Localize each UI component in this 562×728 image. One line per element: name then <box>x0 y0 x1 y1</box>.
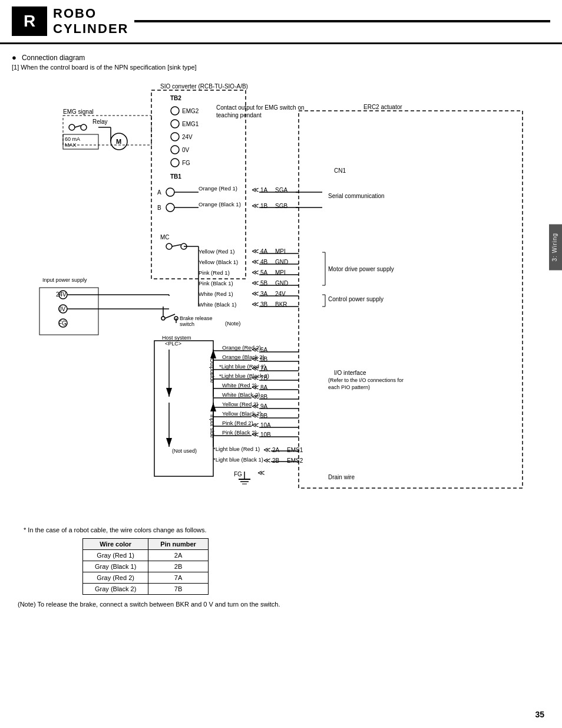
svg-point-24 <box>166 243 172 249</box>
wire-conn-9b: ≪ <box>252 411 259 420</box>
orange-red1-label: Orange (Red 1) <box>199 185 237 192</box>
ems1-label: EMS1 <box>287 447 303 453</box>
emg-signal-label: EMG signal <box>63 108 94 115</box>
output-side-label: Output <box>209 358 215 375</box>
pin-2a-label: 2A <box>272 447 280 453</box>
wiring-diagram: SIO converter (RCB-TU-SIO-A/B) EMG signa… <box>16 75 540 518</box>
svg-marker-50 <box>166 388 172 397</box>
input-side-label: Input <box>209 414 215 427</box>
teaching-pendant-label: teaching pendant <box>216 112 262 118</box>
tb2-label: TB2 <box>170 95 181 101</box>
wire-conn-4b: ≪ <box>252 258 259 266</box>
wire-conn-10a: ≪ <box>252 421 259 429</box>
not-used-label: (Not used) <box>172 448 197 454</box>
wire-conn-10b: ≪ <box>252 430 259 439</box>
pink-red1-label: Pink (Red 1) <box>199 269 230 276</box>
svg-point-14 <box>171 146 179 154</box>
white-red1-label: White (Red 1) <box>199 291 233 297</box>
wire-conn-7b: ≪ <box>252 374 259 382</box>
wire-table-note: * In the case of a robot cable, the wire… <box>24 526 544 533</box>
sgb-label: SGB <box>275 203 287 209</box>
light-blue-black1-label: *Light blue (Black 1) <box>213 456 263 463</box>
wire-conn-9a: ≪ <box>252 402 259 410</box>
ip-24v-label: 24V <box>56 291 67 298</box>
sio-converter-label: SIO converter (RCB-TU-SIO-A/B) <box>160 83 248 90</box>
contact-output-label: Contact output for EMG switch on <box>216 104 305 111</box>
brake-switch-label: switch <box>180 321 194 327</box>
a-label: A <box>157 189 161 196</box>
svg-point-12 <box>171 120 179 128</box>
wire-conn-2b: ≪ <box>263 456 271 465</box>
note-brake-label: (Note) <box>225 320 240 327</box>
logo-text: ROBO CYLINDER <box>53 6 128 37</box>
col-wire-color: Wire color <box>83 539 148 550</box>
input-side2-label: side <box>209 428 215 438</box>
light-blue-red1-label: *Light blue (Red 1) <box>213 446 260 452</box>
header-line <box>134 20 550 22</box>
plc-label: <PLC> <box>165 341 181 347</box>
io-refer-label: (Refer to the I/O connections for <box>328 377 404 383</box>
logo-box: R <box>12 6 47 36</box>
svg-rect-48 <box>154 341 213 476</box>
relay-label: Relay <box>92 118 108 125</box>
page-number: 35 <box>535 710 544 719</box>
wire-color-table: Wire color Pin number Gray (Red 1)2AGray… <box>82 538 209 595</box>
tb1-label: TB1 <box>170 173 181 180</box>
fg-label: FG <box>182 160 190 166</box>
page-header: R ROBO CYLINDER <box>0 0 562 44</box>
svg-point-4 <box>81 124 87 130</box>
svg-marker-60 <box>166 438 172 447</box>
svg-point-16 <box>166 188 174 196</box>
wire-conn-6b: ≪ <box>252 355 259 363</box>
fg-conn: ≪ <box>257 469 265 477</box>
side-tab: 3: Wiring <box>549 224 562 270</box>
b-label: B <box>157 205 161 211</box>
wire-conn-3a: ≪ <box>252 289 259 298</box>
wire-conn-1a: ≪ <box>252 186 259 194</box>
wire-conn-5a: ≪ <box>252 268 259 276</box>
table-row: Gray (Red 2)7A <box>83 572 209 584</box>
orange-black1-label: Orange (Black 1) <box>199 201 241 207</box>
host-system-label: Host system <box>162 335 191 341</box>
emg2-label: EMG2 <box>182 108 199 114</box>
io-pattern-label: each PIO pattern) <box>328 384 370 390</box>
output-side2-label: side <box>209 373 215 383</box>
logo-cylinder: CYLINDER <box>53 21 128 37</box>
svg-point-17 <box>166 203 174 212</box>
section-title: Connection diagram <box>22 54 85 62</box>
drain-wire-label: Drain wire <box>328 474 355 480</box>
max-label: MAX <box>65 142 77 148</box>
wire-conn-5b: ≪ <box>252 279 259 287</box>
svg-line-5 <box>75 126 81 127</box>
main-content: ● Connection diagram [1] When the contro… <box>0 47 562 614</box>
yellow-black1-label: Yellow (Black 1) <box>199 259 238 265</box>
svg-line-26 <box>172 245 181 246</box>
svg-point-11 <box>171 107 179 115</box>
yellow-red1-label: Yellow (Red 1) <box>199 248 234 255</box>
io-interface-label: I/O interface <box>334 370 366 376</box>
brake-label: Brake release <box>180 315 213 321</box>
erc2-label: ERC2 actuator <box>363 104 402 110</box>
fg-bottom-label: FG <box>234 471 242 477</box>
subtitle: [1] When the control board is of the NPN… <box>12 64 544 71</box>
cn1-label: CN1 <box>334 167 346 174</box>
svg-point-13 <box>171 133 179 141</box>
pin-1b-label: 1B <box>260 203 268 209</box>
wire-conn-4a: ≪ <box>252 247 259 255</box>
control-power-label: Control power supply <box>328 296 384 302</box>
logo-r-letter: R <box>24 12 35 31</box>
svg-line-45 <box>165 314 175 318</box>
wire-conn-1b: ≪ <box>252 202 259 210</box>
0v-label: 0V <box>182 147 190 153</box>
diagram-container: SIO converter (RCB-TU-SIO-A/B) EMG signa… <box>12 75 544 518</box>
emg1-label: EMG1 <box>182 121 199 127</box>
pink-red2-label: Pink (Red 2) <box>222 420 253 426</box>
ip-0v-label: 0V <box>58 306 66 312</box>
serial-comm-label: Serial communication <box>328 193 385 199</box>
wire-table-section: * In the case of a robot cable, the wire… <box>12 526 544 595</box>
ems2-label: EMS2 <box>287 457 303 464</box>
wire-conn-8a: ≪ <box>252 383 259 391</box>
col-pin-number: Pin number <box>148 539 209 550</box>
wire-conn-2a: ≪ <box>263 446 271 454</box>
m-label: M <box>116 138 121 145</box>
